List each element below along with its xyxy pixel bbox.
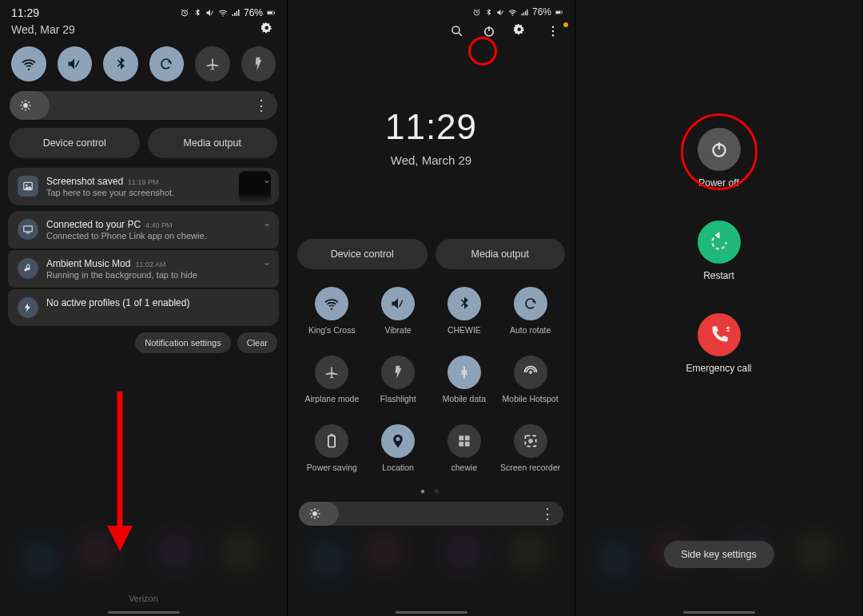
status-clock: 11:29 bbox=[11, 6, 39, 19]
qs-toggle-bluetooth[interactable] bbox=[447, 287, 481, 320]
qs-toggle-location[interactable] bbox=[381, 424, 415, 458]
notification-desc: Tap here to see your screenshot. bbox=[46, 188, 269, 197]
qs-toggle-wifi[interactable] bbox=[315, 287, 348, 320]
qs-toggle-mobiledata[interactable] bbox=[447, 356, 481, 389]
chevron-down-icon[interactable]: ⌄ bbox=[263, 256, 271, 268]
top-action-icons bbox=[288, 19, 575, 43]
qs-label: chewie bbox=[451, 463, 478, 482]
quick-settings-panel: 76% 11:29 Wed, March 29 Device control M… bbox=[288, 0, 575, 616]
qs-toggle-flashlight[interactable] bbox=[381, 356, 415, 389]
qs-toggle-link[interactable] bbox=[447, 424, 481, 458]
qs-label: Power saving bbox=[307, 463, 357, 482]
clear-button[interactable]: Clear bbox=[237, 332, 277, 353]
search-icon[interactable] bbox=[450, 24, 464, 38]
qs-toggle-airplane[interactable] bbox=[315, 356, 348, 389]
qs-label: Flashlight bbox=[380, 394, 416, 413]
nav-handle[interactable] bbox=[396, 611, 467, 614]
device-control-button[interactable]: Device control bbox=[10, 128, 140, 158]
emergency-item[interactable]: SOS Emergency call bbox=[686, 313, 751, 374]
restart-button[interactable] bbox=[698, 221, 741, 264]
bluetooth-icon bbox=[484, 8, 493, 17]
privacy-indicator-icon bbox=[563, 22, 568, 27]
toggle-airplane[interactable] bbox=[195, 46, 230, 81]
power-off-item[interactable]: Power off bbox=[698, 128, 741, 189]
notification-title: Ambient Music Mod bbox=[46, 258, 130, 269]
qs-label: King's Cross bbox=[308, 325, 356, 344]
page-indicator[interactable]: ● ○ bbox=[288, 487, 575, 495]
notification-settings-button[interactable]: Notification settings bbox=[135, 332, 230, 353]
qs-toggle-screenrec[interactable] bbox=[514, 424, 547, 458]
toggle-rotate[interactable] bbox=[149, 46, 185, 81]
chevron-down-icon[interactable]: ⌄ bbox=[263, 174, 271, 185]
status-bar: 11:29 76% bbox=[0, 0, 287, 21]
annotation-circle-icon bbox=[468, 37, 497, 66]
restart-item[interactable]: Restart bbox=[698, 221, 741, 281]
qs-label: Vibrate bbox=[385, 325, 412, 344]
brightness-icon bbox=[308, 507, 321, 520]
date-row: Wed, Mar 29 bbox=[0, 21, 287, 43]
expanded-date: Wed, March 29 bbox=[288, 153, 575, 167]
control-buttons-row: Device control Media output bbox=[0, 128, 287, 168]
brightness-slider[interactable]: ⋮ bbox=[10, 91, 277, 120]
brightness-menu-icon[interactable]: ⋮ bbox=[540, 510, 554, 518]
qs-toggle-vibrate[interactable] bbox=[381, 287, 415, 320]
notification-title: Screenshot saved bbox=[46, 176, 123, 187]
notification-desc: Running in the background, tap to hide bbox=[46, 270, 269, 280]
qs-label: CHEWIE bbox=[447, 325, 481, 344]
notifications-list: Screenshot saved11:19 PM Tap here to see… bbox=[8, 168, 279, 326]
media-output-button[interactable]: Media output bbox=[148, 128, 278, 158]
notification-title: Connected to your PC bbox=[46, 219, 141, 230]
device-control-button[interactable]: Device control bbox=[297, 239, 428, 269]
toggle-bluetooth[interactable] bbox=[103, 46, 138, 81]
nav-handle[interactable] bbox=[108, 611, 180, 614]
emergency-label: Emergency call bbox=[686, 363, 751, 374]
brightness-menu-icon[interactable]: ⋮ bbox=[254, 101, 268, 109]
notification-item[interactable]: Connected to your PC4:40 PM Connected to… bbox=[8, 211, 279, 248]
battery-percent: 76% bbox=[532, 6, 551, 18]
pc-icon bbox=[18, 219, 38, 240]
qs-label: Screen recorder bbox=[500, 463, 560, 482]
brightness-slider[interactable]: ⋮ bbox=[299, 502, 563, 526]
alarm-icon bbox=[472, 8, 481, 17]
signal-icon bbox=[231, 8, 241, 18]
notification-shade-panel: 11:29 76% Wed, Mar 29 ⋮ Device control M… bbox=[0, 0, 288, 616]
notification-item[interactable]: Ambient Music Mod11:02 AM Running in the… bbox=[8, 250, 279, 288]
restart-label: Restart bbox=[703, 270, 734, 281]
qs-label: Mobile data bbox=[443, 394, 486, 413]
wifi-icon bbox=[508, 8, 517, 17]
battery-percent: 76% bbox=[244, 7, 263, 18]
chevron-down-icon[interactable]: ⌄ bbox=[263, 217, 271, 229]
svg-text:SOS: SOS bbox=[726, 325, 729, 333]
notification-actions: Notification settings Clear bbox=[0, 332, 287, 353]
notification-time: 11:02 AM bbox=[135, 260, 165, 268]
qs-label: Auto rotate bbox=[510, 325, 551, 344]
emergency-button[interactable]: SOS bbox=[698, 313, 741, 356]
notification-item[interactable]: No active profiles (1 of 1 enabled) bbox=[8, 289, 279, 326]
qs-toggle-autorotate[interactable] bbox=[514, 287, 547, 320]
toggle-wifi[interactable] bbox=[11, 46, 46, 81]
signal-icon bbox=[520, 8, 529, 17]
carrier-label: Verizon bbox=[0, 594, 287, 603]
notification-time: 4:40 PM bbox=[145, 221, 173, 229]
side-key-settings-button[interactable]: Side key settings bbox=[663, 541, 774, 568]
qs-toggle-powersave[interactable] bbox=[315, 424, 348, 458]
qs-toggle-hotspot[interactable] bbox=[514, 356, 547, 389]
nav-handle[interactable] bbox=[683, 611, 755, 614]
media-output-button[interactable]: Media output bbox=[435, 239, 566, 269]
toggle-flashlight[interactable] bbox=[241, 46, 276, 81]
settings-gear-icon[interactable] bbox=[514, 24, 528, 38]
qs-label: Location bbox=[382, 463, 414, 482]
settings-gear-icon[interactable] bbox=[261, 22, 276, 37]
status-icons: 76% bbox=[180, 7, 276, 18]
notification-item[interactable]: Screenshot saved11:19 PM Tap here to see… bbox=[8, 168, 279, 205]
wifi-icon bbox=[218, 8, 228, 18]
notification-desc: Connected to Phone Link app on chewie. bbox=[46, 231, 269, 240]
battery-icon bbox=[266, 8, 276, 18]
mute-icon bbox=[205, 8, 215, 18]
toggle-sound[interactable] bbox=[58, 46, 93, 81]
bolt-icon bbox=[18, 297, 38, 318]
notification-time: 11:19 PM bbox=[128, 178, 159, 186]
more-dots-icon[interactable] bbox=[546, 24, 560, 38]
shade-date: Wed, Mar 29 bbox=[11, 23, 75, 36]
status-bar: 76% bbox=[288, 0, 575, 19]
